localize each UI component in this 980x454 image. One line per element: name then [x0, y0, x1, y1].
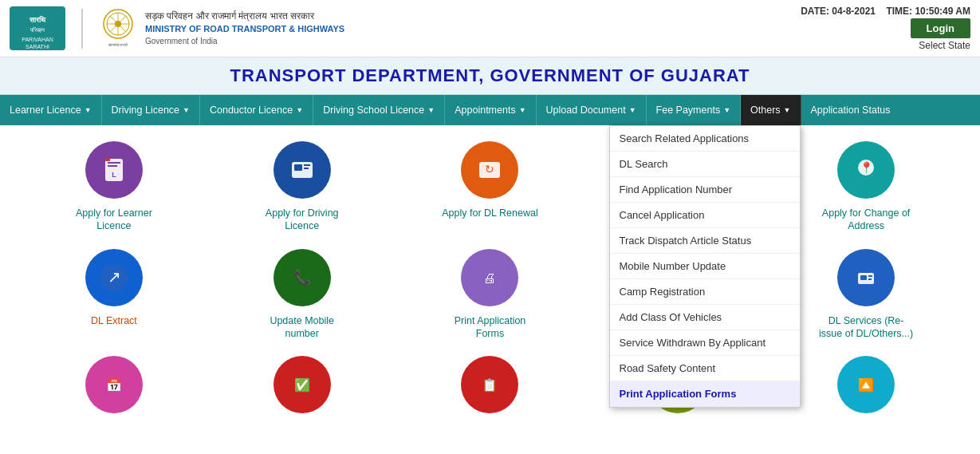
dropdown-track-dispatch-article-status[interactable]: Track Dispatch Article Status	[610, 228, 800, 254]
card-label-learner-licence: Apply for LearnerLicence	[76, 207, 152, 233]
svg-text:📋: 📋	[482, 377, 498, 393]
nav-driving-licence[interactable]: Driving Licence ▼	[102, 95, 200, 125]
dropdown-mobile-number-update[interactable]: Mobile Number Update	[610, 254, 800, 279]
navbar: Learner Licence ▼ Driving Licence ▼ Cond…	[0, 95, 980, 125]
svg-rect-20	[304, 164, 310, 166]
nav-driving-licence-arrow: ▼	[183, 106, 190, 114]
dropdown-camp-registration[interactable]: Camp Registration	[610, 279, 800, 305]
card-icon-dl-services	[837, 249, 895, 306]
header-divider	[81, 9, 83, 49]
time-label: TIME:	[886, 6, 912, 17]
card-label-dl-renewal: Apply for DL Renewal	[442, 207, 537, 219]
svg-rect-39	[860, 275, 867, 280]
svg-rect-41	[868, 278, 872, 280]
card-icon-row3-1: 📅	[85, 356, 143, 413]
card-row3-5[interactable]: 🔼	[776, 356, 956, 413]
card-label-dl-extract: DL Extract	[91, 314, 137, 327]
card-apply-driving-licence[interactable]: Apply for DrivingLicence	[212, 141, 392, 233]
svg-rect-16	[105, 158, 110, 161]
login-button[interactable]: Login	[911, 18, 970, 38]
svg-rect-40	[868, 275, 872, 277]
svg-text:परिवहन: परिवहन	[30, 26, 45, 33]
card-icon-dl-extract: ↗	[85, 249, 143, 306]
nav-appointments-label: Appointments	[455, 105, 515, 116]
card-icon-learner-licence: L	[85, 141, 143, 199]
svg-text:सत्यमेव जयते: सत्यमेव जयते	[108, 42, 128, 47]
gov-text: Government of India	[145, 36, 344, 47]
nav-driving-school-licence-label: Driving School Licence	[323, 105, 424, 116]
nav-driving-school-licence-arrow: ▼	[427, 106, 435, 114]
select-state-label[interactable]: Select State	[919, 40, 970, 51]
nav-fee-payments-arrow: ▼	[723, 106, 730, 114]
card-icon-row3-5: 🔼	[837, 356, 895, 413]
ministry-hindi: सड़क परिवहन और राजमार्ग मंत्रालय भारत सर…	[145, 10, 344, 23]
nav-conductor-licence-label: Conductor Licence	[210, 105, 293, 116]
svg-text:↗: ↗	[107, 268, 120, 286]
logo-section: सारथि परिवहन PARIVAHAN SARATHI सत्यमेव ज…	[10, 6, 344, 50]
ministry-english: MINISTRY OF ROAD TRANSPORT & HIGHWAYS	[145, 23, 344, 35]
others-dropdown-menu: Search Related Applications DL Search Fi…	[609, 125, 801, 408]
dropdown-search-related-applications[interactable]: Search Related Applications	[610, 126, 800, 152]
svg-text:L: L	[112, 171, 116, 179]
nav-upload-document[interactable]: Upload Document ▼	[537, 95, 647, 125]
svg-rect-14	[108, 162, 120, 164]
nav-appointments[interactable]: Appointments ▼	[445, 95, 536, 125]
svg-text:📞: 📞	[293, 269, 312, 286]
svg-rect-21	[304, 168, 309, 169]
card-row3-2[interactable]: ✅	[212, 356, 392, 413]
banner-title: TRANSPORT DEPARTMENT, GOVERNMENT OF GUJA…	[230, 65, 750, 85]
nav-learner-licence[interactable]: Learner Licence ▼	[0, 95, 102, 125]
card-icon-print-forms: 🖨	[461, 249, 518, 306]
card-icon-row3-3: 📋	[461, 356, 518, 413]
card-print-forms[interactable]: 🖨 Print ApplicationForms	[400, 249, 581, 341]
time-value: 10:50:49 AM	[915, 6, 970, 17]
card-icon-change-address: 📍	[837, 141, 895, 199]
nav-others-label: Others	[750, 105, 781, 116]
nav-application-status[interactable]: Application Status	[801, 95, 900, 125]
nav-conductor-licence[interactable]: Conductor Licence ▼	[200, 95, 313, 125]
card-update-mobile[interactable]: 📞 Update Mobilenumber	[212, 249, 392, 341]
card-apply-learner-licence[interactable]: L Apply for LearnerLicence	[24, 141, 204, 233]
card-icon-dl-renewal: ↻	[461, 141, 518, 199]
nav-fee-payments-label: Fee Payments	[656, 105, 721, 116]
nav-learner-licence-arrow: ▼	[85, 106, 92, 114]
svg-text:📅: 📅	[106, 377, 122, 393]
dropdown-add-class-of-vehicles[interactable]: Add Class Of Vehicles	[610, 305, 800, 330]
dropdown-cancel-application[interactable]: Cancel Application	[610, 203, 800, 228]
nav-appointments-arrow: ▼	[519, 106, 526, 114]
card-icon-row3-2: ✅	[274, 356, 331, 413]
header-right: DATE: 04-8-2021 TIME: 10:50:49 AM Login …	[801, 6, 970, 51]
dropdown-dl-search[interactable]: DL Search	[610, 152, 800, 177]
nav-others-arrow: ▼	[784, 106, 791, 114]
dropdown-find-application-number[interactable]: Find Application Number	[610, 177, 800, 203]
nav-upload-document-label: Upload Document	[546, 105, 626, 116]
nav-upload-document-arrow: ▼	[629, 106, 636, 114]
svg-text:🖨: 🖨	[483, 271, 496, 285]
svg-text:🔼: 🔼	[858, 377, 874, 393]
nav-learner-licence-label: Learner Licence	[10, 105, 81, 116]
dropdown-service-withdrawn-by-applicant[interactable]: Service Withdrawn By Applicant	[610, 330, 800, 356]
card-change-address[interactable]: 📍 Apply for Change ofAddress	[776, 141, 956, 233]
card-dl-renewal[interactable]: ↻ Apply for DL Renewal	[400, 141, 581, 233]
card-row3-1[interactable]: 📅	[24, 356, 204, 413]
nav-fee-payments[interactable]: Fee Payments ▼	[647, 95, 742, 125]
dropdown-road-safety-content[interactable]: Road Safety Content	[610, 356, 800, 381]
nav-application-status-label: Application Status	[811, 105, 891, 116]
date-label: DATE:	[801, 6, 829, 17]
main-area: L Apply for LearnerLicence Apply for Dri…	[0, 125, 980, 429]
nav-driving-licence-label: Driving Licence	[112, 105, 179, 116]
nav-driving-school-licence[interactable]: Driving School Licence ▼	[313, 95, 445, 125]
svg-text:सारथि: सारथि	[29, 15, 46, 24]
card-dl-extract[interactable]: ↗ DL Extract	[24, 249, 204, 341]
card-row3-3[interactable]: 📋	[400, 356, 581, 413]
ministry-text-block: सड़क परिवहन और राजमार्ग मंत्रालय भारत सर…	[145, 10, 344, 46]
nav-others[interactable]: Others ▼ Search Related Applications DL …	[741, 95, 801, 125]
card-label-change-address: Apply for Change ofAddress	[822, 207, 911, 233]
date-value: 04-8-2021	[832, 6, 876, 17]
card-label-update-mobile: Update Mobilenumber	[270, 314, 334, 341]
svg-text:↻: ↻	[485, 163, 494, 176]
card-dl-services[interactable]: DL Services (Re-issue of DL/Others...)	[776, 249, 956, 341]
dropdown-print-application-forms[interactable]: Print Application Forms	[610, 381, 800, 407]
svg-text:SARATHI: SARATHI	[26, 44, 49, 49]
sarathi-logo: सारथि परिवहन PARIVAHAN SARATHI	[10, 6, 65, 50]
